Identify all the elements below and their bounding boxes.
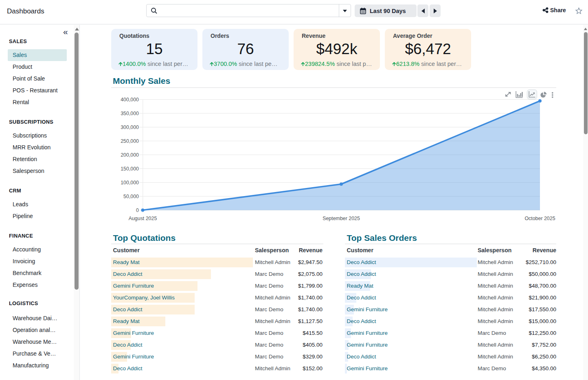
svg-text:300,000: 300,000 xyxy=(121,124,139,130)
svg-text:150,000: 150,000 xyxy=(121,166,139,172)
svg-text:0: 0 xyxy=(136,207,139,213)
svg-text:September 2025: September 2025 xyxy=(323,216,360,221)
svg-text:200,000: 200,000 xyxy=(121,152,139,158)
svg-text:August 2025: August 2025 xyxy=(129,216,157,221)
svg-text:400,000: 400,000 xyxy=(121,97,139,103)
svg-text:October 2025: October 2025 xyxy=(524,216,555,221)
svg-text:50,000: 50,000 xyxy=(123,194,139,199)
svg-text:350,000: 350,000 xyxy=(121,111,139,116)
svg-text:100,000: 100,000 xyxy=(121,180,139,186)
svg-text:250,000: 250,000 xyxy=(121,138,139,144)
